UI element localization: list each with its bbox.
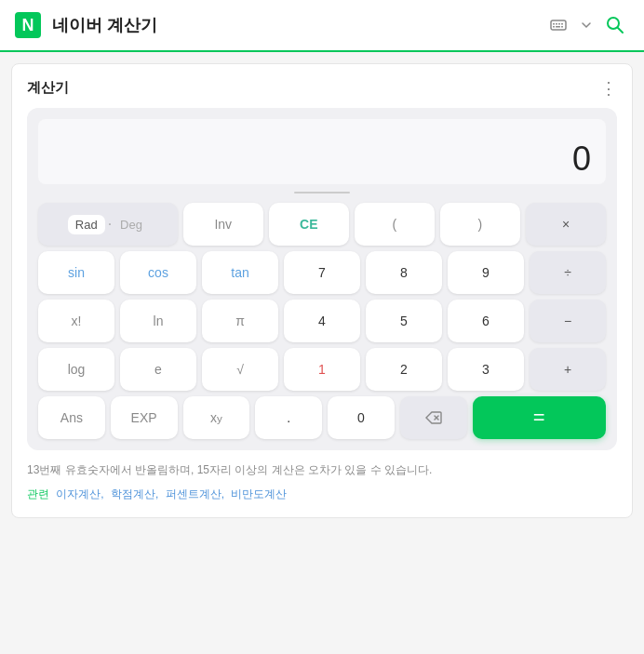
4-button[interactable]: 4	[284, 300, 360, 342]
svg-rect-6	[556, 26, 560, 28]
pi-button[interactable]: π	[202, 300, 278, 342]
svg-rect-1	[553, 23, 555, 25]
close-paren-button[interactable]: )	[440, 203, 520, 246]
widget-title: 계산기	[27, 79, 69, 97]
0-button[interactable]: 0	[328, 396, 395, 439]
ce-button[interactable]: CE	[269, 203, 349, 246]
inv-button[interactable]: Inv	[183, 203, 263, 246]
bmi-calc-link[interactable]: 비만도계산	[231, 487, 287, 501]
svg-rect-5	[553, 26, 555, 28]
subtract-button[interactable]: −	[530, 300, 606, 342]
keyboard-icon	[549, 16, 568, 34]
button-row-4: log e √ 1 2 3 +	[38, 348, 606, 391]
svg-line-9	[618, 28, 623, 33]
backspace-button[interactable]	[400, 396, 467, 439]
rad-deg-toggle[interactable]: Rad · Deg	[38, 203, 178, 246]
app-header: N 네이버 계산기	[0, 0, 644, 52]
svg-rect-3	[558, 23, 560, 25]
2-button[interactable]: 2	[366, 348, 442, 391]
percent-calc-link[interactable]: 퍼센트계산,	[166, 487, 224, 501]
8-button[interactable]: 8	[366, 251, 442, 294]
keyboard-button[interactable]	[545, 12, 571, 38]
e-button[interactable]: e	[120, 348, 196, 391]
button-row-3: x! ln π 4 5 6 −	[38, 300, 606, 342]
log-button[interactable]: log	[38, 348, 114, 391]
related-links: 관련 이자계산, 학점계산, 퍼센트계산, 비만도계산	[27, 487, 617, 502]
cos-button[interactable]: cos	[120, 251, 196, 294]
calculator-display: 0	[38, 119, 606, 184]
factorial-button[interactable]: x!	[38, 300, 114, 342]
5-button[interactable]: 5	[366, 300, 442, 342]
3-button[interactable]: 3	[448, 348, 524, 391]
interest-calc-link[interactable]: 이자계산,	[56, 487, 103, 501]
calculator-widget: 계산기 ⋮ 0 Rad · Deg Inv CE ( ) ×	[11, 63, 633, 518]
svg-rect-4	[561, 23, 563, 25]
dot-button[interactable]: .	[255, 396, 322, 439]
equals-button[interactable]: =	[473, 396, 607, 439]
add-button[interactable]: +	[530, 348, 606, 391]
header-actions	[545, 11, 629, 39]
backspace-icon	[425, 411, 442, 424]
naver-logo: N	[15, 12, 41, 38]
sqrt-button[interactable]: √	[202, 348, 278, 391]
svg-rect-2	[556, 23, 557, 25]
svg-rect-7	[561, 26, 563, 28]
button-row-1: Rad · Deg Inv CE ( ) ×	[38, 203, 606, 246]
calculator-body: 0 Rad · Deg Inv CE ( ) × sin cos	[27, 108, 617, 450]
search-icon	[605, 15, 625, 35]
multiply-button[interactable]: ×	[526, 203, 606, 246]
display-value: 0	[572, 140, 591, 179]
calculator-notice: 13번째 유효숫자에서 반올림하며, 15자리 이상의 계산은 오차가 있을 수…	[27, 461, 617, 479]
9-button[interactable]: 9	[448, 251, 524, 294]
calculator-buttons: Rad · Deg Inv CE ( ) × sin cos tan 7 8 9…	[38, 203, 606, 439]
grade-calc-link[interactable]: 학점계산,	[111, 487, 158, 501]
app-title: 네이버 계산기	[52, 14, 157, 36]
ans-button[interactable]: Ans	[38, 396, 105, 439]
divide-button[interactable]: ÷	[530, 251, 606, 294]
search-button[interactable]	[601, 11, 629, 39]
dropdown-button[interactable]	[577, 16, 596, 34]
chevron-down-icon	[581, 20, 592, 31]
exp-button[interactable]: EXP	[111, 396, 178, 439]
button-row-2: sin cos tan 7 8 9 ÷	[38, 251, 606, 294]
widget-header: 계산기 ⋮	[27, 79, 617, 97]
open-paren-button[interactable]: (	[355, 203, 435, 246]
7-button[interactable]: 7	[284, 251, 360, 294]
6-button[interactable]: 6	[448, 300, 524, 342]
1-button[interactable]: 1	[284, 348, 360, 391]
tan-button[interactable]: tan	[202, 251, 278, 294]
svg-rect-0	[551, 20, 566, 30]
svg-point-8	[608, 18, 619, 29]
button-row-5: Ans EXP xy . 0 =	[38, 396, 606, 439]
power-button[interactable]: xy	[183, 396, 250, 439]
sin-button[interactable]: sin	[38, 251, 114, 294]
widget-menu-button[interactable]: ⋮	[600, 80, 617, 97]
display-divider	[294, 192, 350, 194]
ln-button[interactable]: ln	[120, 300, 196, 342]
